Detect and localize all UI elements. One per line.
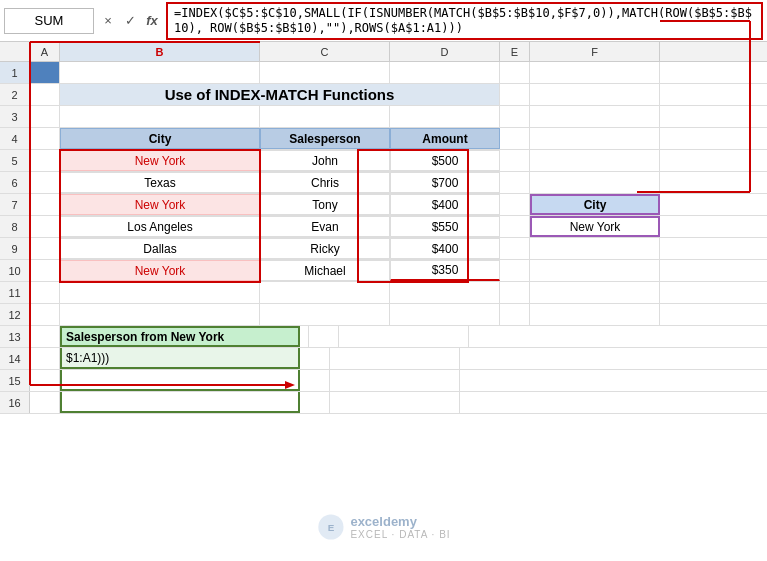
cell-b2[interactable]: Use of INDEX-MATCH Functions: [60, 84, 500, 105]
cell-e3[interactable]: [500, 106, 530, 127]
cell-e5[interactable]: [500, 150, 530, 171]
cell-d6[interactable]: $700: [390, 172, 500, 193]
cell-c6[interactable]: Chris: [260, 172, 390, 193]
cell-c10[interactable]: Michael: [260, 260, 390, 281]
cell-c5[interactable]: John: [260, 150, 390, 171]
cell-c1[interactable]: [260, 62, 390, 83]
cell-f1[interactable]: [530, 62, 660, 83]
cell-e12[interactable]: [500, 304, 530, 325]
cell-f8[interactable]: New York: [530, 216, 660, 237]
cell-c11[interactable]: [260, 282, 390, 303]
cell-b7[interactable]: New York: [60, 194, 260, 215]
cell-d12[interactable]: [390, 304, 500, 325]
cell-b1[interactable]: [60, 62, 260, 83]
cell-d8[interactable]: $550: [390, 216, 500, 237]
cell-d7[interactable]: $400: [390, 194, 500, 215]
cell-e9[interactable]: [500, 238, 530, 259]
cell-a5[interactable]: [30, 150, 60, 171]
cell-a4[interactable]: [30, 128, 60, 149]
cell-b5[interactable]: New York: [60, 150, 260, 171]
cell-a10[interactable]: [30, 260, 60, 281]
cell-b12[interactable]: [60, 304, 260, 325]
cell-e8[interactable]: [500, 216, 530, 237]
cell-b3[interactable]: [60, 106, 260, 127]
insert-function-icon[interactable]: fx: [142, 11, 162, 31]
cell-b10[interactable]: New York: [60, 260, 260, 281]
cell-e6[interactable]: [500, 172, 530, 193]
cell-e15[interactable]: [300, 370, 330, 391]
cell-a7[interactable]: [30, 194, 60, 215]
col-header-a[interactable]: A: [30, 42, 60, 61]
cell-f15[interactable]: [330, 370, 460, 391]
col-header-d[interactable]: D: [390, 42, 500, 61]
cell-b6[interactable]: Texas: [60, 172, 260, 193]
cell-e16[interactable]: [300, 392, 330, 413]
cell-d1[interactable]: [390, 62, 500, 83]
cell-e1[interactable]: [500, 62, 530, 83]
cell-b16[interactable]: [60, 392, 300, 413]
cell-a11[interactable]: [30, 282, 60, 303]
cell-d5[interactable]: $500: [390, 150, 500, 171]
cell-f12[interactable]: [530, 304, 660, 325]
cell-a15[interactable]: [30, 370, 60, 391]
cell-e13[interactable]: [309, 326, 339, 347]
cell-f3[interactable]: [530, 106, 660, 127]
cell-c7[interactable]: Tony: [260, 194, 390, 215]
cell-b11[interactable]: [60, 282, 260, 303]
cell-e2[interactable]: [500, 84, 530, 105]
cell-f7[interactable]: City: [530, 194, 660, 215]
cell-f9[interactable]: [530, 238, 660, 259]
confirm-icon[interactable]: ✓: [120, 11, 140, 31]
cell-d10[interactable]: $350: [390, 260, 500, 281]
cell-a9[interactable]: [30, 238, 60, 259]
cell-c8[interactable]: Evan: [260, 216, 390, 237]
cell-f16[interactable]: [330, 392, 460, 413]
cell-a14[interactable]: [30, 348, 60, 369]
cell-b13[interactable]: Salesperson from New York: [60, 326, 300, 347]
cell-c12[interactable]: [260, 304, 390, 325]
cell-b8[interactable]: Los Angeles: [60, 216, 260, 237]
cell-b4-header[interactable]: City: [60, 128, 260, 149]
cell-c9[interactable]: Ricky: [260, 238, 390, 259]
cell-a6[interactable]: [30, 172, 60, 193]
cell-a2[interactable]: [30, 84, 60, 105]
col-header-c[interactable]: C: [260, 42, 390, 61]
cell-a8[interactable]: [30, 216, 60, 237]
formula-input[interactable]: =INDEX($C$5:$C$10,SMALL(IF(ISNUMBER(MATC…: [166, 2, 763, 40]
cell-b9[interactable]: Dallas: [60, 238, 260, 259]
cancel-icon[interactable]: ×: [98, 11, 118, 31]
row-number: 15: [0, 370, 30, 391]
cell-e4[interactable]: [500, 128, 530, 149]
cell-b15[interactable]: [60, 370, 300, 391]
cell-d9[interactable]: $400: [390, 238, 500, 259]
city-value: New York: [135, 154, 186, 168]
cell-f2[interactable]: [530, 84, 660, 105]
cell-f4[interactable]: [530, 128, 660, 149]
cell-e10[interactable]: [500, 260, 530, 281]
cell-a16[interactable]: [30, 392, 60, 413]
cell-c4-header[interactable]: Salesperson: [260, 128, 390, 149]
cell-c3[interactable]: [260, 106, 390, 127]
col-header-e[interactable]: E: [500, 42, 530, 61]
cell-a12[interactable]: [30, 304, 60, 325]
cell-f6[interactable]: [530, 172, 660, 193]
cell-d11[interactable]: [390, 282, 500, 303]
col-header-b[interactable]: B: [60, 42, 260, 61]
cell-b14[interactable]: $1:A1))): [60, 348, 300, 369]
cell-f5[interactable]: [530, 150, 660, 171]
cell-e11[interactable]: [500, 282, 530, 303]
cell-d4-header[interactable]: Amount: [390, 128, 500, 149]
cell-f13[interactable]: [339, 326, 469, 347]
cell-a1[interactable]: [30, 62, 60, 83]
cell-f14[interactable]: [330, 348, 460, 369]
cell-cd13[interactable]: [300, 326, 309, 347]
cell-a13[interactable]: [30, 326, 60, 347]
col-header-f[interactable]: F: [530, 42, 660, 61]
name-box[interactable]: SUM: [4, 8, 94, 34]
cell-e7[interactable]: [500, 194, 530, 215]
cell-e14[interactable]: [300, 348, 330, 369]
cell-a3[interactable]: [30, 106, 60, 127]
cell-d3[interactable]: [390, 106, 500, 127]
cell-f10[interactable]: [530, 260, 660, 281]
cell-f11[interactable]: [530, 282, 660, 303]
